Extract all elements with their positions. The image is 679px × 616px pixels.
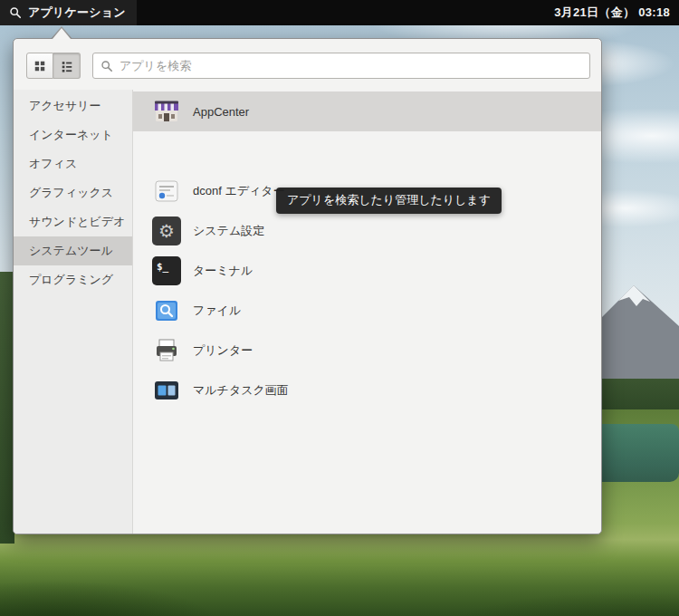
app-label: dconf エディター	[193, 183, 285, 199]
view-toggle	[26, 53, 81, 79]
search-icon	[100, 60, 113, 72]
category-programming[interactable]: プログラミング	[14, 265, 132, 294]
app-row-system-settings[interactable]: ⚙ システム設定	[133, 211, 601, 251]
app-row-files[interactable]: ファイル	[133, 291, 601, 331]
clock[interactable]: 3月21日（金） 03:18	[554, 5, 679, 21]
category-sound-video[interactable]: サウンドとビデオ	[14, 207, 132, 236]
app-label: AppCenter	[193, 105, 249, 119]
popup-pointer-fill	[53, 28, 71, 39]
system-settings-icon: ⚙	[152, 217, 181, 245]
app-list: AppCenter	[133, 90, 601, 534]
app-label: ファイル	[193, 303, 241, 319]
menu-toolbar	[26, 53, 590, 79]
terminal-icon: $_	[152, 256, 181, 285]
category-sidebar: アクセサリー インターネット オフィス グラフィックス サウンドとビデオ システ…	[14, 90, 133, 534]
tooltip: アプリを検索したり管理したりします	[276, 188, 502, 214]
search-icon	[9, 6, 22, 19]
app-row-multitasking[interactable]: マルチタスク画面	[133, 371, 601, 410]
app-search-field[interactable]	[92, 53, 590, 79]
category-system-tools[interactable]: システムツール	[14, 236, 132, 265]
applications-menu-popup: アクセサリー インターネット オフィス グラフィックス サウンドとビデオ システ…	[13, 38, 602, 534]
top-bar: アプリケーション 3月21日（金） 03:18	[0, 0, 679, 25]
list-view-icon	[61, 60, 73, 72]
category-accessories[interactable]: アクセサリー	[14, 91, 132, 120]
category-graphics[interactable]: グラフィックス	[14, 178, 132, 207]
dconf-editor-icon	[152, 177, 181, 206]
app-row-printers[interactable]: プリンター	[133, 331, 601, 371]
printer-icon	[152, 336, 181, 365]
grid-view-button[interactable]	[26, 53, 53, 79]
wallpaper-foreground-shadow	[0, 553, 679, 616]
applications-menu-label: アプリケーション	[28, 5, 126, 21]
app-row-obscured[interactable]	[133, 131, 601, 171]
app-search-input[interactable]	[120, 59, 582, 72]
app-row-terminal[interactable]: $_ ターミナル	[133, 251, 601, 291]
menu-content: アクセサリー インターネット オフィス グラフィックス サウンドとビデオ システ…	[14, 90, 601, 534]
applications-menu-button[interactable]: アプリケーション	[0, 0, 137, 25]
appcenter-icon	[152, 97, 181, 126]
grid-view-icon	[33, 60, 46, 72]
app-label: システム設定	[193, 223, 264, 239]
app-label: プリンター	[193, 342, 253, 359]
list-view-button[interactable]	[53, 53, 81, 79]
category-internet[interactable]: インターネット	[14, 120, 132, 149]
multitasking-icon	[152, 376, 181, 405]
files-icon	[152, 296, 181, 325]
app-label: マルチタスク画面	[193, 382, 289, 399]
app-label: ターミナル	[193, 263, 253, 279]
obscured-app-icon	[152, 137, 181, 166]
category-office[interactable]: オフィス	[14, 149, 132, 178]
app-row-appcenter[interactable]: AppCenter	[133, 91, 601, 131]
